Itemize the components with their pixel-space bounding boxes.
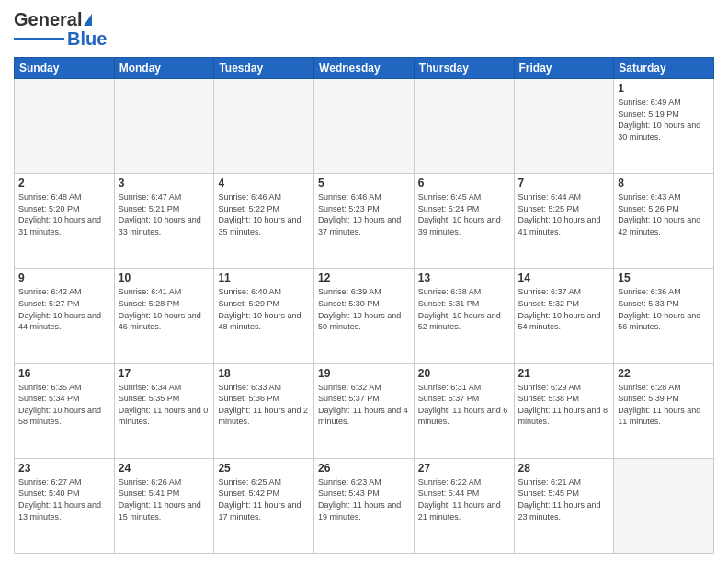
calendar-cell (15, 79, 115, 174)
calendar-cell: 14Sunrise: 6:37 AMSunset: 5:32 PMDayligh… (514, 269, 614, 363)
day-number: 1 (618, 82, 710, 95)
day-number: 4 (218, 177, 310, 190)
day-number: 16 (18, 367, 110, 380)
day-number: 27 (418, 462, 510, 475)
day-info: Sunrise: 6:46 AMSunset: 5:22 PMDaylight:… (218, 191, 310, 237)
calendar-cell (514, 79, 614, 174)
day-info: Sunrise: 6:21 AMSunset: 5:45 PMDaylight:… (518, 477, 610, 523)
calendar-cell: 17Sunrise: 6:34 AMSunset: 5:35 PMDayligh… (114, 363, 214, 458)
calendar-cell: 16Sunrise: 6:35 AMSunset: 5:34 PMDayligh… (15, 363, 115, 458)
day-info: Sunrise: 6:49 AMSunset: 5:19 PMDaylight:… (618, 97, 710, 143)
day-number: 21 (518, 367, 610, 380)
day-info: Sunrise: 6:48 AMSunset: 5:20 PMDaylight:… (18, 191, 110, 237)
calendar-cell: 25Sunrise: 6:25 AMSunset: 5:42 PMDayligh… (214, 458, 314, 553)
day-info: Sunrise: 6:22 AMSunset: 5:44 PMDaylight:… (418, 477, 510, 523)
day-info: Sunrise: 6:32 AMSunset: 5:37 PMDaylight:… (318, 382, 410, 428)
weekday-header-sunday: Sunday (15, 58, 115, 79)
calendar-cell: 18Sunrise: 6:33 AMSunset: 5:36 PMDayligh… (214, 363, 314, 458)
weekday-header-friday: Friday (514, 58, 614, 79)
calendar-cell: 6Sunrise: 6:45 AMSunset: 5:24 PMDaylight… (414, 174, 514, 269)
calendar-cell: 3Sunrise: 6:47 AMSunset: 5:21 PMDaylight… (114, 174, 214, 269)
calendar-cell: 1Sunrise: 6:49 AMSunset: 5:19 PMDaylight… (614, 79, 714, 174)
calendar-cell: 15Sunrise: 6:36 AMSunset: 5:33 PMDayligh… (614, 269, 714, 363)
weekday-header-wednesday: Wednesday (314, 58, 415, 79)
day-number: 22 (618, 367, 710, 380)
day-number: 17 (119, 367, 210, 380)
logo: General Blue (14, 9, 107, 50)
calendar-cell: 2Sunrise: 6:48 AMSunset: 5:20 PMDaylight… (15, 174, 115, 269)
day-info: Sunrise: 6:39 AMSunset: 5:30 PMDaylight:… (318, 286, 410, 332)
calendar-cell: 12Sunrise: 6:39 AMSunset: 5:30 PMDayligh… (314, 269, 415, 363)
day-number: 14 (518, 271, 610, 284)
page-container: General Blue SundayMondayTuesdayWednesda… (0, 0, 728, 563)
calendar-cell (314, 79, 415, 174)
calendar-table: SundayMondayTuesdayWednesdayThursdayFrid… (14, 57, 714, 554)
calendar-cell: 19Sunrise: 6:32 AMSunset: 5:37 PMDayligh… (314, 363, 415, 458)
day-info: Sunrise: 6:46 AMSunset: 5:23 PMDaylight:… (318, 191, 410, 237)
calendar-cell (114, 79, 214, 174)
day-info: Sunrise: 6:41 AMSunset: 5:28 PMDaylight:… (119, 286, 210, 332)
day-number: 24 (119, 462, 210, 475)
day-number: 8 (618, 177, 710, 190)
logo-general: General (14, 9, 82, 30)
day-info: Sunrise: 6:34 AMSunset: 5:35 PMDaylight:… (119, 382, 210, 428)
day-number: 2 (18, 177, 110, 190)
calendar-cell (214, 79, 314, 174)
weekday-header-saturday: Saturday (614, 58, 714, 79)
day-info: Sunrise: 6:25 AMSunset: 5:42 PMDaylight:… (218, 477, 310, 523)
calendar-cell (414, 79, 514, 174)
calendar-cell: 27Sunrise: 6:22 AMSunset: 5:44 PMDayligh… (414, 458, 514, 553)
day-number: 11 (218, 271, 310, 284)
day-info: Sunrise: 6:45 AMSunset: 5:24 PMDaylight:… (418, 191, 510, 237)
header: General Blue (14, 9, 714, 50)
day-info: Sunrise: 6:37 AMSunset: 5:32 PMDaylight:… (518, 286, 610, 332)
day-info: Sunrise: 6:26 AMSunset: 5:41 PMDaylight:… (119, 477, 210, 523)
calendar-cell: 9Sunrise: 6:42 AMSunset: 5:27 PMDaylight… (15, 269, 115, 363)
day-number: 28 (518, 462, 610, 475)
day-info: Sunrise: 6:35 AMSunset: 5:34 PMDaylight:… (18, 382, 110, 428)
day-info: Sunrise: 6:33 AMSunset: 5:36 PMDaylight:… (218, 382, 310, 428)
calendar-cell: 20Sunrise: 6:31 AMSunset: 5:37 PMDayligh… (414, 363, 514, 458)
logo-blue: Blue (67, 29, 107, 50)
day-info: Sunrise: 6:27 AMSunset: 5:40 PMDaylight:… (18, 477, 110, 523)
day-info: Sunrise: 6:23 AMSunset: 5:43 PMDaylight:… (318, 477, 410, 523)
day-number: 18 (218, 367, 310, 380)
calendar-cell: 5Sunrise: 6:46 AMSunset: 5:23 PMDaylight… (314, 174, 415, 269)
calendar-cell: 22Sunrise: 6:28 AMSunset: 5:39 PMDayligh… (614, 363, 714, 458)
day-info: Sunrise: 6:43 AMSunset: 5:26 PMDaylight:… (618, 191, 710, 237)
day-number: 6 (418, 177, 510, 190)
weekday-header-thursday: Thursday (414, 58, 514, 79)
day-number: 5 (318, 177, 410, 190)
weekday-header-tuesday: Tuesday (214, 58, 314, 79)
day-number: 25 (218, 462, 310, 475)
day-number: 19 (318, 367, 410, 380)
day-info: Sunrise: 6:40 AMSunset: 5:29 PMDaylight:… (218, 286, 310, 332)
day-number: 20 (418, 367, 510, 380)
calendar-cell: 28Sunrise: 6:21 AMSunset: 5:45 PMDayligh… (514, 458, 614, 553)
day-info: Sunrise: 6:31 AMSunset: 5:37 PMDaylight:… (418, 382, 510, 428)
day-number: 26 (318, 462, 410, 475)
day-number: 3 (119, 177, 210, 190)
day-info: Sunrise: 6:29 AMSunset: 5:38 PMDaylight:… (518, 382, 610, 428)
day-number: 13 (418, 271, 510, 284)
calendar-cell: 11Sunrise: 6:40 AMSunset: 5:29 PMDayligh… (214, 269, 314, 363)
day-number: 7 (518, 177, 610, 190)
calendar-cell: 7Sunrise: 6:44 AMSunset: 5:25 PMDaylight… (514, 174, 614, 269)
calendar-cell: 8Sunrise: 6:43 AMSunset: 5:26 PMDaylight… (614, 174, 714, 269)
calendar-cell: 13Sunrise: 6:38 AMSunset: 5:31 PMDayligh… (414, 269, 514, 363)
calendar-cell: 21Sunrise: 6:29 AMSunset: 5:38 PMDayligh… (514, 363, 614, 458)
calendar-cell: 24Sunrise: 6:26 AMSunset: 5:41 PMDayligh… (114, 458, 214, 553)
calendar-cell: 4Sunrise: 6:46 AMSunset: 5:22 PMDaylight… (214, 174, 314, 269)
day-info: Sunrise: 6:44 AMSunset: 5:25 PMDaylight:… (518, 191, 610, 237)
day-number: 9 (18, 271, 110, 284)
calendar-cell: 23Sunrise: 6:27 AMSunset: 5:40 PMDayligh… (15, 458, 115, 553)
day-number: 10 (119, 271, 210, 284)
day-info: Sunrise: 6:36 AMSunset: 5:33 PMDaylight:… (618, 286, 710, 332)
day-info: Sunrise: 6:42 AMSunset: 5:27 PMDaylight:… (18, 286, 110, 332)
calendar-cell: 26Sunrise: 6:23 AMSunset: 5:43 PMDayligh… (314, 458, 415, 553)
day-info: Sunrise: 6:47 AMSunset: 5:21 PMDaylight:… (119, 191, 210, 237)
weekday-header-monday: Monday (114, 58, 214, 79)
day-info: Sunrise: 6:28 AMSunset: 5:39 PMDaylight:… (618, 382, 710, 428)
calendar-cell: 10Sunrise: 6:41 AMSunset: 5:28 PMDayligh… (114, 269, 214, 363)
day-number: 23 (18, 462, 110, 475)
